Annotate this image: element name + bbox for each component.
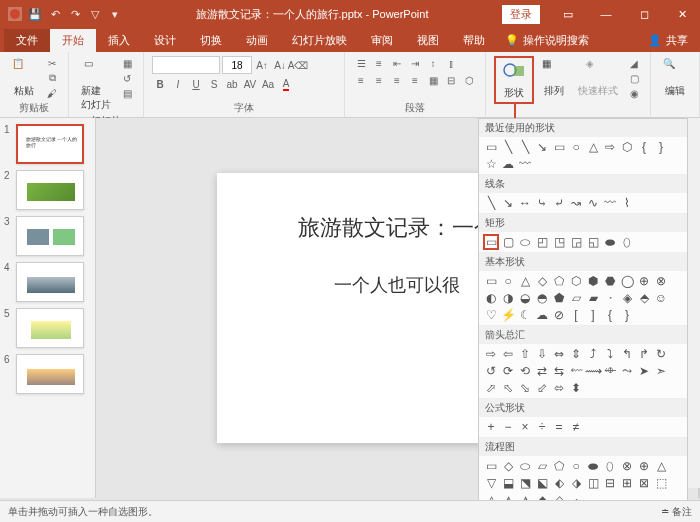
shape-f19[interactable]: ⊟ bbox=[602, 475, 618, 491]
tab-insert[interactable]: 插入 bbox=[96, 29, 142, 52]
shape-f5[interactable]: ⬠ bbox=[551, 458, 567, 474]
share-button[interactable]: 👤共享 bbox=[636, 29, 700, 52]
shape-b30[interactable]: { bbox=[602, 307, 618, 323]
shape-f12[interactable]: ▽ bbox=[483, 475, 499, 491]
shape-r4[interactable]: ◰ bbox=[534, 234, 550, 250]
format-painter-icon[interactable]: 🖌 bbox=[44, 86, 60, 100]
shape-b28[interactable]: [ bbox=[568, 307, 584, 323]
shape-a20[interactable]: ⤳ bbox=[619, 363, 635, 379]
notes-button[interactable]: ≐ 备注 bbox=[661, 505, 692, 519]
shape-l3[interactable]: ↔ bbox=[517, 195, 533, 211]
shape-a22[interactable]: ➣ bbox=[653, 363, 669, 379]
tab-file[interactable]: 文件 bbox=[4, 29, 50, 52]
redo-icon[interactable]: ↷ bbox=[68, 7, 82, 21]
shape-e2[interactable]: − bbox=[500, 419, 516, 435]
thumb-3[interactable] bbox=[16, 216, 84, 256]
grow-font-icon[interactable]: A↑ bbox=[254, 58, 270, 72]
arrange-button[interactable]: ▦ 排列 bbox=[538, 56, 570, 100]
shape-l4[interactable]: ⤷ bbox=[534, 195, 550, 211]
start-icon[interactable]: ▽ bbox=[88, 7, 102, 21]
shape-a17[interactable]: ⬳ bbox=[568, 363, 584, 379]
numbering-icon[interactable]: ≡ bbox=[371, 56, 387, 70]
shape-star[interactable]: ☆ bbox=[483, 156, 499, 172]
shape-rbrace[interactable]: } bbox=[653, 139, 669, 155]
shape-r8[interactable]: ⬬ bbox=[602, 234, 618, 250]
shape-l7[interactable]: ∿ bbox=[585, 195, 601, 211]
shape-outline-icon[interactable]: ▢ bbox=[626, 71, 642, 85]
tab-design[interactable]: 设计 bbox=[142, 29, 188, 52]
shape-a8[interactable]: ⤵ bbox=[602, 346, 618, 362]
shape-a12[interactable]: ↺ bbox=[483, 363, 499, 379]
close-icon[interactable]: ✕ bbox=[664, 0, 700, 28]
shape-fill-icon[interactable]: ◢ bbox=[626, 56, 642, 70]
thumb-4[interactable] bbox=[16, 262, 84, 302]
shape-a18[interactable]: ⟿ bbox=[585, 363, 601, 379]
shape-l5[interactable]: ⤶ bbox=[551, 195, 567, 211]
shape-l1[interactable]: ╲ bbox=[483, 195, 499, 211]
vertical-scrollbar[interactable] bbox=[688, 118, 700, 488]
shape-f3[interactable]: ⬭ bbox=[517, 458, 533, 474]
shape-tri[interactable]: △ bbox=[585, 139, 601, 155]
shape-a15[interactable]: ⇄ bbox=[534, 363, 550, 379]
shape-r3[interactable]: ⬭ bbox=[517, 234, 533, 250]
tab-home[interactable]: 开始 bbox=[50, 29, 96, 52]
shape-b12[interactable]: ◐ bbox=[483, 290, 499, 306]
shape-a23[interactable]: ⬀ bbox=[483, 380, 499, 396]
shape-f18[interactable]: ◫ bbox=[585, 475, 601, 491]
justify-icon[interactable]: ≡ bbox=[407, 73, 423, 87]
shape-effects-icon[interactable]: ◉ bbox=[626, 86, 642, 100]
shape-f15[interactable]: ⬕ bbox=[534, 475, 550, 491]
shape-e5[interactable]: = bbox=[551, 419, 567, 435]
quickstyle-button[interactable]: ◈ 快速样式 bbox=[574, 56, 622, 100]
shape-f11[interactable]: △ bbox=[653, 458, 669, 474]
tab-help[interactable]: 帮助 bbox=[451, 29, 497, 52]
bold-icon[interactable]: B bbox=[152, 77, 168, 91]
shape-b31[interactable]: } bbox=[619, 307, 635, 323]
shape-a6[interactable]: ⇕ bbox=[568, 346, 584, 362]
text-direction-icon[interactable]: ⫿ bbox=[443, 56, 459, 70]
shape-b26[interactable]: ☁ bbox=[534, 307, 550, 323]
shape-b10[interactable]: ⊕ bbox=[636, 273, 652, 289]
align-right-icon[interactable]: ≡ bbox=[389, 73, 405, 87]
shape-b17[interactable]: ▱ bbox=[568, 290, 584, 306]
shape-f13[interactable]: ⬓ bbox=[500, 475, 516, 491]
cut-icon[interactable]: ✂ bbox=[44, 56, 60, 70]
shape-l6[interactable]: ↝ bbox=[568, 195, 584, 211]
align-text-icon[interactable]: ⊟ bbox=[443, 73, 459, 87]
shape-a19[interactable]: ⬲ bbox=[602, 363, 618, 379]
shape-b14[interactable]: ◒ bbox=[517, 290, 533, 306]
shape-e6[interactable]: ≠ bbox=[568, 419, 584, 435]
smartart-icon[interactable]: ⬡ bbox=[461, 73, 477, 87]
shape-arrow[interactable]: ⇨ bbox=[602, 139, 618, 155]
shape-connector[interactable]: ↘ bbox=[534, 139, 550, 155]
shape-a5[interactable]: ⇔ bbox=[551, 346, 567, 362]
thumb-2[interactable] bbox=[16, 170, 84, 210]
shape-b25[interactable]: ☾ bbox=[517, 307, 533, 323]
new-slide-button[interactable]: ▭ 新建 幻灯片 bbox=[77, 56, 115, 114]
shape-a24[interactable]: ⬁ bbox=[500, 380, 516, 396]
qat-more-icon[interactable]: ▾ bbox=[108, 7, 122, 21]
font-family-select[interactable] bbox=[152, 56, 220, 74]
shape-f1[interactable]: ▭ bbox=[483, 458, 499, 474]
strike-icon[interactable]: S bbox=[206, 77, 222, 91]
shape-e3[interactable]: × bbox=[517, 419, 533, 435]
shadow-icon[interactable]: ab bbox=[224, 77, 240, 91]
shrink-font-icon[interactable]: A↓ bbox=[272, 58, 288, 72]
underline-icon[interactable]: U bbox=[188, 77, 204, 91]
maximize-icon[interactable]: ◻ bbox=[626, 0, 662, 28]
shape-cloud[interactable]: ☁ bbox=[500, 156, 516, 172]
indent-dec-icon[interactable]: ⇤ bbox=[389, 56, 405, 70]
shape-f7[interactable]: ⬬ bbox=[585, 458, 601, 474]
shape-a7[interactable]: ⤴ bbox=[585, 346, 601, 362]
shape-b13[interactable]: ◑ bbox=[500, 290, 516, 306]
shape-b19[interactable]: ⬞ bbox=[602, 290, 618, 306]
shape-b6[interactable]: ⬡ bbox=[568, 273, 584, 289]
shape-a13[interactable]: ⟳ bbox=[500, 363, 516, 379]
shape-f16[interactable]: ⬖ bbox=[551, 475, 567, 491]
shape-a4[interactable]: ⇩ bbox=[534, 346, 550, 362]
undo-icon[interactable]: ↶ bbox=[48, 7, 62, 21]
shape-a9[interactable]: ↰ bbox=[619, 346, 635, 362]
shape-b9[interactable]: ◯ bbox=[619, 273, 635, 289]
clear-format-icon[interactable]: A⌫ bbox=[290, 58, 306, 72]
minimize-icon[interactable]: — bbox=[588, 0, 624, 28]
